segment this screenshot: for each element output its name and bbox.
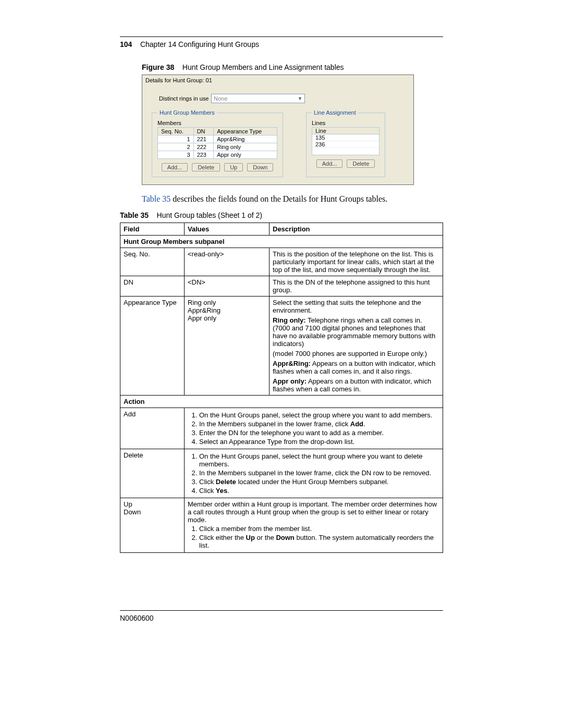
- lines-label: Lines: [312, 120, 380, 126]
- section-header: Hunt Group Members subpanel: [120, 236, 443, 248]
- figure-caption: Figure 38 Hunt Group Members and Line As…: [142, 63, 443, 71]
- table-caption: Table 35 Hunt Group tables (Sheet 1 of 2…: [120, 211, 443, 219]
- prose-text: Table 35 describes the fields found on t…: [142, 194, 443, 204]
- th-field: Field: [120, 223, 185, 236]
- delete-button[interactable]: Delete: [347, 159, 375, 168]
- page-header: 104 Chapter 14 Configuring Hunt Groups: [120, 40, 443, 48]
- table-caption-text: Hunt Group tables (Sheet 1 of 2): [157, 211, 262, 219]
- distinct-rings-value: None: [214, 95, 227, 102]
- delete-button[interactable]: Delete: [192, 163, 220, 171]
- add-button[interactable]: Add...: [316, 159, 343, 168]
- footer-docnum: N0060600: [120, 614, 443, 622]
- lines-fieldset: Line Assignment Lines Line 135 236 Add..…: [306, 109, 385, 177]
- lines-header: Line: [312, 128, 379, 134]
- th-values: Values: [185, 223, 270, 236]
- members-fieldset: Hunt Group Members Members Seq. No. DN A…: [152, 109, 283, 177]
- list-item[interactable]: 236: [312, 141, 379, 148]
- lines-list: Line 135 236: [312, 127, 380, 155]
- up-button[interactable]: Up: [224, 163, 243, 171]
- down-button[interactable]: Down: [247, 163, 273, 171]
- lines-legend: Line Assignment: [312, 109, 358, 116]
- table-row[interactable]: 1 221 Appr&Ring: [158, 135, 277, 143]
- table-row[interactable]: 2 222 Ring only: [158, 143, 277, 151]
- chevron-down-icon: ▼: [298, 96, 302, 101]
- table-label: Table 35: [120, 211, 149, 219]
- page-number: 104: [120, 40, 132, 48]
- embedded-screenshot: Details for Hunt Group: 01 Distinct ring…: [142, 75, 414, 185]
- col-apptype: Appearance Type: [214, 128, 277, 135]
- table-row[interactable]: 3 223 Appr only: [158, 151, 277, 159]
- col-seq: Seq. No.: [158, 128, 194, 135]
- distinct-rings-dropdown[interactable]: None ▼: [211, 94, 305, 103]
- section-header: Action: [120, 396, 443, 408]
- col-dn: DN: [193, 128, 214, 135]
- members-label: Members: [157, 120, 277, 126]
- add-button[interactable]: Add...: [162, 163, 188, 171]
- th-description: Description: [270, 223, 443, 236]
- distinct-rings-label: Distinct rings in use: [159, 95, 211, 102]
- members-legend: Hunt Group Members: [157, 109, 217, 116]
- panel-title: Details for Hunt Group: 01: [142, 75, 413, 83]
- chapter-title: Chapter 14 Configuring Hunt Groups: [140, 40, 259, 48]
- table-ref-link[interactable]: Table 35: [142, 194, 170, 203]
- figure-label: Figure 38: [142, 63, 174, 71]
- list-item[interactable]: 135: [312, 134, 379, 141]
- members-table: Seq. No. DN Appearance Type 1 221 Appr&R…: [157, 127, 277, 159]
- figure-caption-text: Hunt Group Members and Line Assignment t…: [182, 63, 344, 71]
- hunt-group-table: Field Values Description Hunt Group Memb…: [120, 223, 443, 553]
